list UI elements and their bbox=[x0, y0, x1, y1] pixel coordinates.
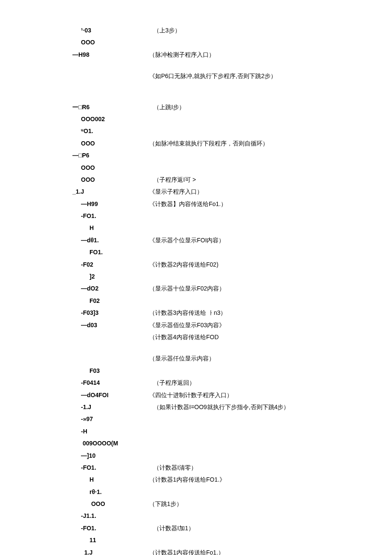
code-row: -J1.1. bbox=[0, 511, 392, 520]
code-row: rθ·1. bbox=[0, 487, 392, 497]
comment-cell: （上跳I步） bbox=[149, 102, 392, 112]
code-row: H bbox=[0, 223, 392, 232]
code-cell: —dO2 bbox=[0, 284, 149, 293]
code-row: ᵘO1. bbox=[0, 126, 392, 136]
code-cell: -J1.1. bbox=[0, 511, 149, 520]
code-cell: OOO bbox=[0, 139, 149, 148]
code-cell: OOO bbox=[0, 499, 149, 509]
code-cell: OOO002 bbox=[0, 114, 149, 124]
code-row: OOO bbox=[0, 163, 392, 172]
code-cell: F03 bbox=[0, 366, 149, 375]
code-cell: —□P6 bbox=[0, 151, 149, 160]
code-cell: OOO bbox=[0, 175, 149, 184]
code-row: -FO1.（计数器I清零） bbox=[0, 463, 392, 472]
comment-cell: 《显示器佰位显示F03内容》 bbox=[149, 320, 392, 330]
code-cell: -1.J bbox=[0, 402, 149, 412]
comment-cell: 《计数器】内容传送给Fo1.） bbox=[149, 199, 392, 209]
code-row: 11 bbox=[0, 535, 392, 545]
code-cell: ]2 bbox=[0, 272, 149, 281]
blank-line bbox=[0, 344, 392, 354]
comment-cell: （如果计数器I=OO9就执行下步指令,否则下跳4步） bbox=[149, 402, 392, 412]
comment-cell: 《显示器个位显示FOI内容） bbox=[149, 235, 392, 245]
code-row: -1.J（如果计数器I=OO9就执行下步指令,否则下跳4步） bbox=[0, 402, 392, 412]
code-cell: _1.J bbox=[0, 548, 149, 555]
comment-cell: （如脉冲结束就执行下段程序，否则自循环） bbox=[149, 139, 392, 148]
code-cell: rθ·1. bbox=[0, 487, 149, 497]
code-row: OOO（子程序返I可 > bbox=[0, 175, 392, 184]
comment-cell: （子程序返I可 > bbox=[149, 175, 392, 184]
code-row: —H98（脉冲检测子程序入口） bbox=[0, 50, 392, 59]
code-row: ¹·03（上3步） bbox=[0, 26, 392, 35]
code-row: F03 bbox=[0, 366, 392, 375]
blank-line bbox=[0, 93, 392, 102]
code-row: —dO4FOI《四位十进制计数子程序入口） bbox=[0, 390, 392, 400]
comment-cell: （子程序返回） bbox=[149, 378, 392, 387]
code-cell: ᵘO1. bbox=[0, 126, 149, 136]
code-row: —□P6 bbox=[0, 151, 392, 160]
comment-cell: 《显示子程序入口） bbox=[149, 187, 392, 196]
code-cell: _1.J bbox=[0, 187, 149, 196]
code-row: -FO1.（计数器I加1） bbox=[0, 523, 392, 533]
comment-cell: （上3步） bbox=[149, 26, 392, 35]
comment-cell: （下跳1步） bbox=[149, 499, 392, 509]
code-cell: -F0414 bbox=[0, 378, 149, 387]
code-row: FO1. bbox=[0, 247, 392, 257]
code-cell: H bbox=[0, 475, 149, 484]
code-cell: —H98 bbox=[0, 50, 149, 59]
code-row: （显示器仟位显示内容） bbox=[0, 354, 392, 363]
code-cell: ¹·03 bbox=[0, 26, 149, 35]
code-cell: OOO bbox=[0, 163, 149, 172]
code-row: -F0414（子程序返回） bbox=[0, 378, 392, 387]
code-row: 《如P6口无脉冲,就执行下步程序,否则下跳2步） bbox=[0, 71, 392, 81]
code-row: OOO bbox=[0, 38, 392, 47]
comment-cell: 《四位十进制计数子程序入口） bbox=[149, 390, 392, 400]
comment-cell: （计数器3内容传送给 ㅏn3） bbox=[149, 308, 392, 317]
code-cell: —dO4FOI bbox=[0, 390, 149, 400]
code-row: —]10 bbox=[0, 451, 392, 460]
code-row: _1.J（计数器1内容传送给Fo1.） bbox=[0, 548, 392, 555]
code-cell: FO1. bbox=[0, 247, 149, 257]
code-row: OOO002 bbox=[0, 114, 392, 124]
code-row: 009OOOO(M bbox=[0, 439, 392, 448]
code-row: —dO2（显示器十位显示F02内容） bbox=[0, 284, 392, 293]
code-cell: -F02 bbox=[0, 260, 149, 269]
comment-cell: （计数器I加1） bbox=[149, 523, 392, 533]
code-cell: —H99 bbox=[0, 199, 149, 209]
code-row: （计数器4内容传送给FOD bbox=[0, 332, 392, 342]
document-page: ¹·03（上3步）OOO—H98（脉冲检测子程序入口）《如P6口无脉冲,就执行下… bbox=[0, 0, 392, 555]
comment-cell: （计数器1内容传送给Fo1.） bbox=[149, 548, 392, 555]
code-row: 一□R6（上跳I步） bbox=[0, 102, 392, 112]
code-row: -F03]3（计数器3内容传送给 ㅏn3） bbox=[0, 308, 392, 317]
code-row: _1.J《显示子程序入口） bbox=[0, 187, 392, 196]
code-row: OOO（下跳1步） bbox=[0, 499, 392, 509]
code-cell: —]10 bbox=[0, 451, 149, 460]
code-cell: -»97 bbox=[0, 414, 149, 424]
code-row: F02 bbox=[0, 296, 392, 305]
code-row: -H bbox=[0, 427, 392, 436]
code-cell: F02 bbox=[0, 296, 149, 305]
code-cell: 11 bbox=[0, 535, 149, 545]
code-row: —H99《计数器】内容传送给Fo1.） bbox=[0, 199, 392, 209]
code-cell: -H bbox=[0, 427, 149, 436]
comment-cell: （计数器I清零） bbox=[149, 463, 392, 472]
code-row: -»97 bbox=[0, 414, 392, 424]
code-row: ]2 bbox=[0, 272, 392, 281]
code-row: —dθ1.《显示器个位显示FOI内容） bbox=[0, 235, 392, 245]
comment-cell: （计数器4内容传送给FOD bbox=[149, 332, 392, 342]
comment-cell: （脉冲检测子程序入口） bbox=[149, 50, 392, 59]
code-cell: OOO bbox=[0, 38, 149, 47]
code-cell: -FO1. bbox=[0, 463, 149, 472]
code-cell: -F03]3 bbox=[0, 308, 149, 317]
code-cell: H bbox=[0, 223, 149, 232]
code-cell: —dθ1. bbox=[0, 235, 149, 245]
comment-cell: （计数器1内容传送给FO1.》 bbox=[149, 475, 392, 484]
code-cell: 009OOOO(M bbox=[0, 439, 149, 448]
code-cell: -FO1. bbox=[0, 211, 149, 221]
code-row: H（计数器1内容传送给FO1.》 bbox=[0, 475, 392, 484]
blank-line bbox=[0, 62, 392, 71]
comment-cell: （显示器十位显示F02内容） bbox=[149, 284, 392, 293]
code-cell: 一□R6 bbox=[0, 102, 149, 112]
code-cell: -FO1. bbox=[0, 523, 149, 533]
code-row: -FO1. bbox=[0, 211, 392, 221]
code-row: -F02《计数器2内容传送给F02) bbox=[0, 260, 392, 269]
